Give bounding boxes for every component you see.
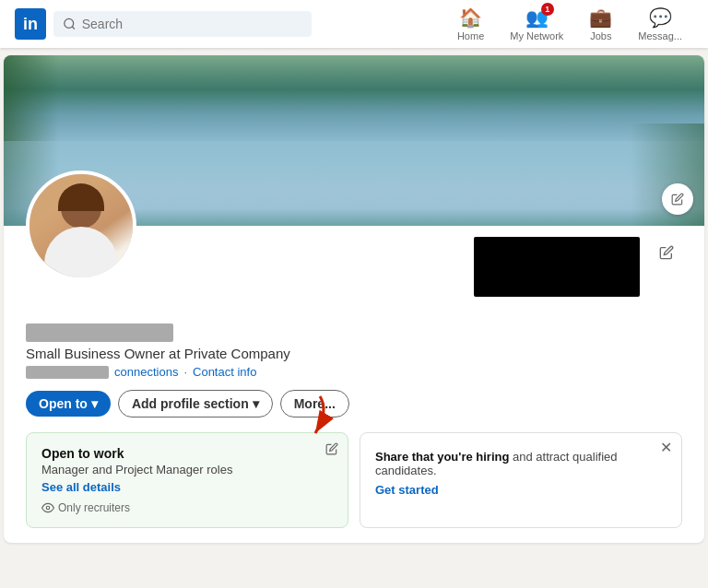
nav-item-home-label: Home: [457, 30, 484, 41]
pencil-icon: [325, 442, 338, 455]
pencil-icon: [671, 193, 684, 206]
jobs-icon: 💼: [589, 6, 612, 29]
profile-actions: Open to ▾ Add profile section ▾ More...: [26, 390, 682, 417]
profile-name-redacted: [26, 323, 173, 342]
profile-content: Small Business Owner at Private Company …: [4, 226, 704, 543]
open-to-work-edit-button[interactable]: [325, 442, 338, 458]
eye-icon: [41, 501, 54, 514]
open-to-work-card: Open to work Manager and Project Manager…: [26, 432, 348, 528]
svg-point-0: [65, 18, 74, 28]
edit-cover-button[interactable]: [662, 183, 693, 215]
add-profile-section-button[interactable]: Add profile section ▾: [118, 390, 273, 417]
connections-link[interactable]: connections: [114, 365, 178, 379]
svg-line-1: [72, 27, 75, 29]
connections-count-redacted: [26, 366, 109, 379]
navbar: in 🏠 Home 👥 1 My Network 💼 Jobs 💬 Messag…: [0, 0, 708, 48]
search-bar[interactable]: [53, 11, 312, 37]
hiring-card-text: Share that you're hiring and attract qua…: [375, 450, 667, 477]
nav-item-jobs-label: Jobs: [590, 30, 611, 41]
cards-row: Open to work Manager and Project Manager…: [26, 432, 682, 528]
profile-connections: connections · Contact info: [26, 365, 682, 379]
see-all-details-link[interactable]: See all details: [41, 480, 333, 494]
pencil-icon: [659, 245, 674, 260]
nav-item-my-network-label: My Network: [510, 30, 563, 41]
get-started-link[interactable]: Get started: [375, 483, 667, 497]
profile-title: Small Business Owner at Private Company: [26, 346, 682, 361]
profile-card: Small Business Owner at Private Company …: [4, 55, 704, 543]
nav-item-messaging-label: Messag...: [638, 30, 682, 41]
messaging-icon: 💬: [649, 6, 672, 29]
search-icon: [63, 17, 77, 31]
recruiters-only: Only recruiters: [41, 501, 333, 514]
redacted-box: [474, 237, 640, 297]
open-to-work-heading: Open to work: [41, 446, 333, 461]
avatar-image: [30, 174, 133, 277]
avatar[interactable]: [26, 171, 136, 281]
my-network-icon: 👥 1: [525, 6, 549, 29]
chevron-down-icon: ▾: [253, 396, 259, 411]
avatar-hair: [58, 183, 104, 211]
open-to-button[interactable]: Open to ▾: [26, 391, 111, 417]
nav-item-messaging[interactable]: 💬 Messag...: [627, 1, 693, 47]
hiring-card-close-button[interactable]: ✕: [660, 441, 672, 455]
linkedin-logo[interactable]: in: [15, 8, 46, 40]
more-button[interactable]: More...: [280, 390, 349, 417]
contact-info-link[interactable]: Contact info: [193, 365, 256, 379]
nav-item-jobs[interactable]: 💼 Jobs: [578, 1, 623, 47]
nav-item-my-network[interactable]: 👥 1 My Network: [499, 1, 574, 47]
home-icon: 🏠: [459, 6, 482, 29]
network-badge: 1: [541, 3, 554, 16]
edit-profile-button[interactable]: [651, 237, 682, 268]
hiring-card: ✕ Share that you're hiring and attract q…: [360, 432, 682, 528]
search-input[interactable]: [82, 17, 302, 31]
open-to-work-roles: Manager and Project Manager roles: [41, 463, 333, 476]
svg-point-2: [46, 506, 50, 510]
chevron-down-icon: ▾: [91, 396, 98, 411]
nav-item-home[interactable]: 🏠 Home: [446, 1, 495, 47]
nav-items: 🏠 Home 👥 1 My Network 💼 Jobs 💬 Messag...: [446, 1, 693, 47]
